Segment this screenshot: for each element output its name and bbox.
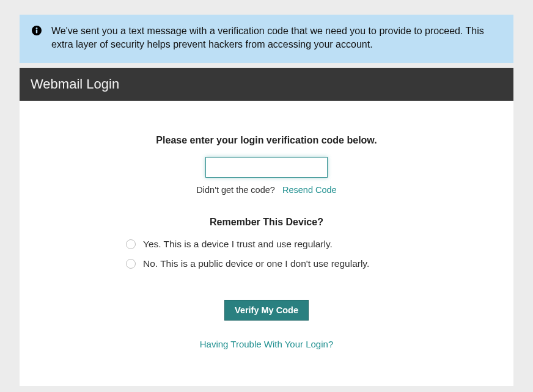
resend-row: Didn't get the code? Resend Code bbox=[44, 185, 489, 195]
info-alert: We've sent you a text message with a ver… bbox=[20, 15, 513, 63]
remember-device-options: Yes. This is a device I trust and use re… bbox=[126, 239, 407, 269]
verify-code-button[interactable]: Verify My Code bbox=[224, 300, 309, 321]
info-icon bbox=[32, 26, 42, 38]
svg-rect-2 bbox=[36, 30, 37, 34]
didnt-get-code-text: Didn't get the code? bbox=[196, 185, 275, 195]
remember-option-no[interactable]: No. This is a public device or one I don… bbox=[126, 258, 407, 269]
radio-icon bbox=[126, 259, 136, 269]
remember-device-section: Remember This Device? Yes. This is a dev… bbox=[44, 217, 489, 269]
verification-section: Please enter your login verification cod… bbox=[44, 135, 489, 195]
panel-body: Please enter your login verification cod… bbox=[20, 101, 513, 386]
actions-section: Verify My Code Having Trouble With Your … bbox=[44, 278, 489, 349]
info-alert-text: We've sent you a text message with a ver… bbox=[51, 24, 501, 52]
remember-device-heading: Remember This Device? bbox=[44, 217, 489, 228]
verification-code-input[interactable] bbox=[205, 157, 328, 178]
remember-option-yes[interactable]: Yes. This is a device I trust and use re… bbox=[126, 239, 407, 250]
verification-prompt: Please enter your login verification cod… bbox=[44, 135, 489, 146]
remember-option-no-label: No. This is a public device or one I don… bbox=[143, 258, 369, 269]
remember-option-yes-label: Yes. This is a device I trust and use re… bbox=[143, 239, 333, 250]
login-trouble-link[interactable]: Having Trouble With Your Login? bbox=[200, 339, 333, 349]
page-root: We've sent you a text message with a ver… bbox=[0, 0, 533, 392]
svg-point-1 bbox=[36, 27, 38, 29]
login-panel: Webmail Login Please enter your login ve… bbox=[20, 68, 513, 386]
radio-icon bbox=[126, 239, 136, 249]
resend-code-link[interactable]: Resend Code bbox=[282, 185, 337, 195]
page-title: Webmail Login bbox=[20, 68, 513, 101]
